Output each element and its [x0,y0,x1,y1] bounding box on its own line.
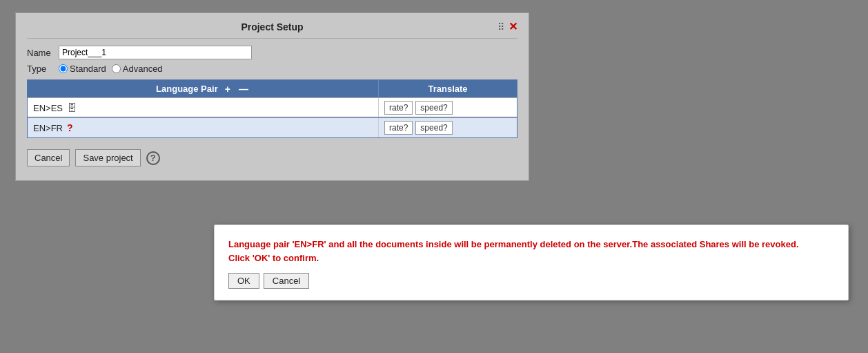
name-label: Name [27,48,55,58]
table-row[interactable]: EN>FR ? rate? speed? [28,117,517,137]
pair-cell-en-es: EN>ES 🗄 [28,98,379,117]
radio-standard[interactable]: Standard [59,64,106,74]
pair-label-en-es: EN>ES [33,103,63,113]
close-button[interactable]: ✕ [509,21,517,32]
table-header-pair: Language Pair + — [28,80,379,97]
name-input[interactable] [59,46,252,59]
dialog-controls: ⠿ ✕ [497,21,517,32]
confirm-ok-button[interactable]: OK [228,273,259,289]
dialog-title: Project Setup [241,21,303,32]
radio-standard-input[interactable] [59,64,68,73]
type-row: Type Standard Advanced [27,64,517,74]
confirm-buttons: OK Cancel [228,273,834,289]
table-row[interactable]: EN>ES 🗄 rate? speed? [28,97,517,117]
cancel-button[interactable]: Cancel [27,149,70,166]
rate-btn-en-es[interactable]: rate? [384,101,413,115]
add-pair-button[interactable]: + [224,84,232,94]
type-label: Type [27,64,55,74]
remove-pair-button[interactable]: — [237,84,250,94]
col1-header-label: Language Pair [156,84,218,94]
type-radio-group: Standard Advanced [59,64,163,74]
radio-standard-label: Standard [70,64,106,74]
radio-advanced-input[interactable] [112,64,121,73]
dialog-title-bar: Project Setup ⠿ ✕ [27,21,517,39]
speed-btn-en-es[interactable]: speed? [415,101,452,115]
drag-icon: ⠿ [497,21,504,32]
translate-cell-en-es: rate? speed? [379,98,517,117]
speed-btn-en-fr[interactable]: speed? [415,121,452,135]
project-setup-dialog: Project Setup ⠿ ✕ Name Type Standard Adv… [15,12,529,181]
confirm-message: Language pair 'EN>FR' and all the docume… [228,238,834,265]
help-icon[interactable]: ? [146,151,160,165]
pair-label-en-fr: EN>FR [33,123,63,133]
table-header: Language Pair + — Translate [28,80,517,97]
name-row: Name [27,46,517,59]
table-header-translate: Translate [379,80,517,97]
radio-advanced-label: Advanced [123,64,163,74]
confirm-dialog: Language pair 'EN>FR' and all the docume… [214,225,849,300]
warning-icon: ? [67,122,73,133]
translate-cell-en-fr: rate? speed? [379,118,517,137]
language-pair-table: Language Pair + — Translate EN>ES 🗄 rate… [27,79,517,138]
db-icon: 🗄 [67,102,77,113]
confirm-message-line2: Click 'OK' to confirm. [228,251,834,265]
confirm-message-line1: Language pair 'EN>FR' and all the docume… [228,238,834,251]
radio-advanced[interactable]: Advanced [112,64,163,74]
confirm-cancel-button[interactable]: Cancel [264,273,309,289]
save-project-button[interactable]: Save project [75,149,140,166]
pair-cell-en-fr: EN>FR ? [28,118,379,137]
dialog-footer: Cancel Save project ? [27,149,517,166]
rate-btn-en-fr[interactable]: rate? [384,121,413,135]
